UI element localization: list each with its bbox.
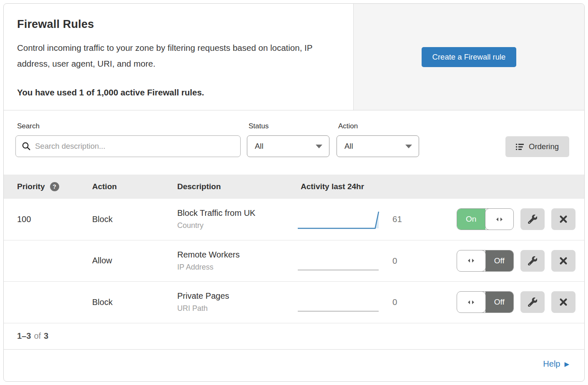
rule-enabled-toggle[interactable]: Off (457, 291, 514, 313)
close-icon (559, 298, 568, 307)
help-link[interactable]: Help ▶ (543, 359, 569, 369)
action-select[interactable]: All (337, 135, 419, 157)
status-selected-value: All (255, 142, 264, 151)
drag-arrows-icon (468, 258, 474, 263)
rule-match-type: URI Path (177, 304, 297, 313)
header-section: Firewall Rules Control incoming traffic … (4, 4, 584, 110)
drag-arrows-icon (496, 217, 503, 222)
search-icon (22, 142, 31, 151)
drag-arrows-icon (468, 300, 474, 305)
pagination-of: of (34, 331, 41, 341)
wrench-icon (528, 298, 537, 307)
rule-action: Block (92, 215, 177, 224)
activity-cell: 0 (297, 249, 457, 272)
delete-rule-button[interactable] (551, 291, 575, 313)
rule-name: Block Traffic from UK (177, 208, 297, 218)
activity-sparkline (297, 290, 380, 314)
search-field-group: Search (15, 122, 241, 157)
page-description: Control incoming traffic to your zone by… (17, 40, 338, 72)
toggle-handle[interactable] (485, 208, 514, 230)
search-label: Search (17, 122, 241, 130)
help-bar: Help ▶ (4, 350, 584, 379)
status-label: Status (249, 122, 329, 130)
status-field-group: Status All (247, 122, 329, 157)
close-icon (559, 215, 568, 224)
table-row: Allow Remote Workers IP Address 0 Off (4, 240, 584, 282)
rule-enabled-toggle[interactable]: Off (457, 250, 514, 272)
action-label: Action (338, 122, 419, 130)
ordering-list-icon (516, 143, 524, 151)
rule-match-type: Country (177, 221, 297, 230)
activity-sparkline (297, 208, 380, 231)
header-action-panel: Create a Firewall rule (353, 4, 584, 110)
rule-description: Private Pages URI Path (177, 291, 297, 313)
chevron-down-icon (316, 145, 322, 148)
search-input[interactable] (35, 142, 234, 151)
row-controls: Off (457, 250, 584, 272)
ordering-button[interactable]: Ordering (505, 136, 569, 157)
page-title: Firewall Rules (17, 18, 340, 31)
column-header-activity: Activity last 24hr (297, 182, 457, 191)
help-label: Help (543, 359, 560, 369)
rule-action: Allow (92, 256, 177, 265)
table-header: Priority ? Action Description Activity l… (4, 175, 584, 199)
firewall-rules-card: Firewall Rules Control incoming traffic … (3, 3, 585, 382)
activity-cell: 0 (297, 290, 457, 314)
create-firewall-rule-button[interactable]: Create a Firewall rule (422, 47, 517, 67)
arrow-right-icon: ▶ (564, 360, 569, 368)
action-selected-value: All (344, 142, 353, 151)
filter-bar: Search Status All Action All (4, 110, 584, 175)
status-select[interactable]: All (247, 135, 329, 157)
header-text-block: Firewall Rules Control incoming traffic … (4, 4, 353, 110)
toggle-handle[interactable] (457, 250, 486, 272)
row-controls: Off (457, 291, 584, 313)
wrench-icon (528, 256, 537, 265)
close-icon (559, 256, 568, 265)
priority-help-icon[interactable]: ? (50, 182, 59, 191)
rule-description: Remote Workers IP Address (177, 250, 297, 272)
rule-description: Block Traffic from UK Country (177, 208, 297, 230)
ordering-button-label: Ordering (529, 142, 559, 151)
delete-rule-button[interactable] (551, 208, 575, 230)
activity-sparkline (297, 249, 380, 272)
rule-action: Block (92, 298, 177, 307)
pagination-bar: 1–3 of 3 (4, 323, 584, 350)
rule-name: Remote Workers (177, 250, 297, 260)
activity-count: 0 (392, 297, 397, 307)
activity-count: 0 (392, 256, 397, 266)
row-controls: On (457, 208, 584, 230)
rule-enabled-toggle[interactable]: On (457, 208, 514, 230)
table-row: 100 Block Block Traffic from UK Country … (4, 199, 584, 240)
action-field-group: Action All (337, 122, 419, 157)
edit-rule-button[interactable] (520, 250, 545, 272)
activity-count: 61 (392, 214, 402, 224)
delete-rule-button[interactable] (551, 250, 575, 272)
toggle-state-label: Off (485, 292, 514, 312)
table-row: Block Private Pages URI Path 0 Off (4, 282, 584, 323)
rule-match-type: IP Address (177, 263, 297, 272)
usage-summary: You have used 1 of 1,000 active Firewall… (17, 88, 340, 98)
toggle-state-label: Off (485, 250, 514, 271)
toggle-handle[interactable] (457, 291, 486, 313)
edit-rule-button[interactable] (520, 208, 545, 230)
column-header-description: Description (177, 182, 297, 191)
toggle-state-label: On (457, 209, 485, 230)
pagination-total: 3 (44, 331, 48, 341)
pagination-range: 1–3 (17, 331, 31, 341)
search-box[interactable] (15, 135, 241, 157)
chevron-down-icon (405, 145, 412, 148)
column-header-priority: Priority ? (17, 182, 92, 191)
activity-cell: 61 (297, 208, 457, 231)
edit-rule-button[interactable] (520, 291, 545, 313)
column-header-action: Action (92, 182, 177, 191)
rule-name: Private Pages (177, 291, 297, 301)
priority-value: 100 (17, 215, 92, 224)
wrench-icon (528, 215, 537, 224)
